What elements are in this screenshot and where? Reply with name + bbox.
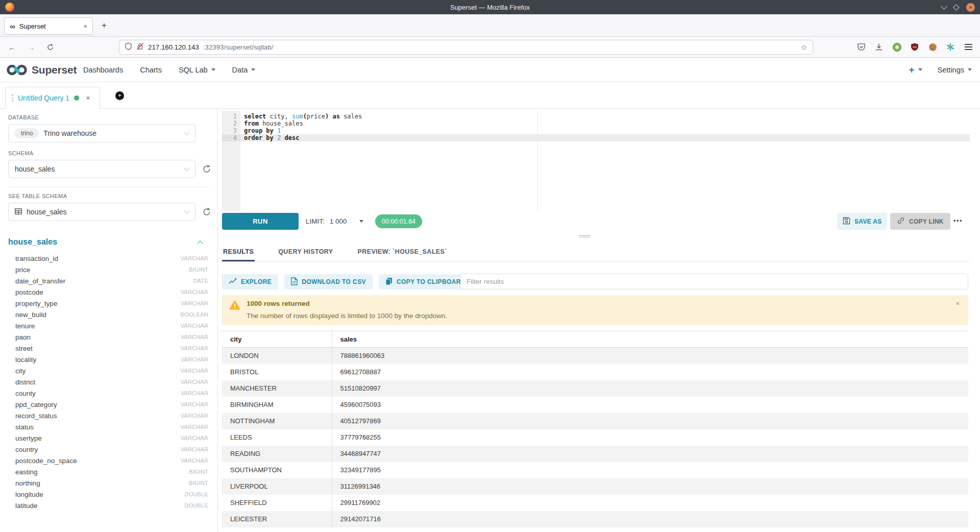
nav-item-sql-lab[interactable]: SQL Lab: [179, 66, 215, 74]
add-query-tab-button[interactable]: +: [115, 91, 124, 100]
nav-item-data[interactable]: Data: [232, 66, 256, 74]
shield-icon[interactable]: [125, 42, 132, 52]
column-name: date_of_transfer: [15, 277, 193, 285]
code-token: select: [244, 113, 266, 120]
column-name: usertype: [15, 434, 181, 442]
results-table-body: LONDON788861960063BRISTOL69612708887MANC…: [222, 348, 968, 527]
superset-brand[interactable]: Superset: [6, 58, 77, 82]
column-type: VARCHAR: [181, 289, 208, 295]
code-line[interactable]: 4order by 2 desc: [222, 134, 970, 141]
monkey-extension-icon[interactable]: [891, 41, 902, 53]
column-row: transaction_idVARCHAR: [0, 253, 217, 264]
column-header-city[interactable]: city: [222, 331, 332, 348]
settings-menu[interactable]: Settings: [938, 66, 972, 74]
minimize-button[interactable]: [941, 3, 947, 10]
table-row: LIVERPOOL31126991346: [222, 478, 968, 495]
column-header-sales[interactable]: sales: [332, 331, 968, 348]
filter-results-input[interactable]: [460, 274, 968, 289]
nav-item-dashboards[interactable]: Dashboards: [83, 66, 123, 74]
tab-preview-house-sales[interactable]: PREVIEW: `HOUSE_SALES`: [357, 244, 448, 260]
query-tab-close-icon[interactable]: ×: [86, 94, 90, 102]
browser-tab[interactable]: ∞ Superset ×: [4, 17, 93, 35]
url-bar[interactable]: 217.160.120.143:32393/superset/sqllab/ ☆: [119, 40, 813, 55]
more-actions-button[interactable]: •••: [953, 213, 963, 230]
code-line[interactable]: 1select city, sum(price) as sales: [222, 113, 970, 120]
code-line[interactable]: 2from house_sales: [222, 120, 970, 127]
table-row: MANCHESTER51510820997: [222, 380, 968, 397]
line-number: 2: [222, 120, 240, 127]
cell-city: NOTTINGHAM: [222, 413, 332, 429]
download-csv-button[interactable]: DOWNLOAD TO CSV: [284, 274, 373, 289]
code-token: sum: [292, 113, 303, 120]
table-columns-list: transaction_idVARCHARpriceBIGINTdate_of_…: [0, 253, 217, 511]
copy-clipboard-button[interactable]: COPY TO CLIPBOARD: [379, 274, 472, 289]
run-query-button[interactable]: RUN: [222, 213, 299, 230]
schema-select[interactable]: house_sales: [8, 160, 195, 178]
column-type: VARCHAR: [181, 390, 208, 396]
copy-link-button[interactable]: COPY LINK: [890, 213, 950, 230]
forward-button[interactable]: →: [25, 37, 37, 57]
save-as-button[interactable]: SAVE AS: [837, 213, 887, 230]
pocket-icon[interactable]: [855, 41, 867, 53]
collapse-chevron-icon[interactable]: [197, 240, 203, 246]
cookie-extension-icon[interactable]: [927, 41, 938, 53]
explore-button[interactable]: EXPLORE: [222, 274, 278, 289]
cell-city: BIRMINGHAM: [222, 397, 332, 413]
column-name: northing: [15, 479, 189, 487]
table-row: SOUTHAMPTON32349177895: [222, 462, 968, 478]
sql-code-editor[interactable]: 1select city, sum(price) as sales2from h…: [222, 111, 970, 211]
cell-city: BRISTOL: [222, 364, 332, 380]
kebab-menu-icon[interactable]: [12, 94, 13, 102]
code-token: sales: [340, 113, 362, 120]
column-row: northingBIGINT: [0, 477, 217, 489]
column-name: property_type: [15, 300, 181, 307]
query-tab-active[interactable]: Untitled Query 1 ×: [5, 87, 100, 109]
column-type: VARCHAR: [181, 446, 208, 452]
app-navbar: Superset DashboardsChartsSQL LabData + S…: [0, 58, 980, 82]
table-row: LEICESTER29142071716: [222, 511, 968, 527]
limit-dropdown[interactable]: LIMIT: 1 000: [306, 213, 363, 230]
insecure-lock-icon[interactable]: [136, 42, 144, 52]
cell-sales: 51510820997: [332, 380, 968, 397]
table-schema-header[interactable]: house_sales: [8, 237, 209, 247]
asterisk-extension-icon[interactable]: [945, 41, 956, 53]
refresh-table-icon[interactable]: [202, 207, 211, 216]
back-button[interactable]: ←: [6, 37, 18, 57]
code-token: 1: [277, 127, 281, 134]
results-table: city sales LONDON788861960063BRISTOL6961…: [222, 331, 968, 527]
code-line[interactable]: 3group by 1: [222, 127, 970, 134]
ublock-extension-icon[interactable]: uO: [909, 41, 920, 53]
line-number: 3: [222, 127, 240, 134]
tab-query-history[interactable]: QUERY HISTORY: [277, 244, 334, 260]
reload-button[interactable]: [44, 37, 56, 57]
tab-results[interactable]: RESULTS: [222, 244, 255, 261]
add-new-button[interactable]: +: [909, 64, 922, 76]
bookmark-star-icon[interactable]: ☆: [801, 43, 807, 52]
results-actions: EXPLORE DOWNLOAD TO CSV COPY TO CLIPBOAR…: [222, 274, 478, 289]
tab-close-icon[interactable]: ×: [83, 22, 87, 30]
alert-message: The number of rows displayed is limited …: [247, 312, 447, 320]
code-token: order by: [244, 134, 274, 141]
window-close-button[interactable]: ×: [966, 3, 975, 12]
database-select-value: Trino warehouse: [43, 129, 180, 137]
table-row: READING34468947747: [222, 446, 968, 462]
code-token: group by: [244, 127, 274, 134]
cell-sales: 34468947747: [332, 446, 968, 462]
menu-hamburger-icon[interactable]: [963, 41, 974, 53]
database-select[interactable]: trino Trino warehouse: [8, 124, 195, 142]
column-row: tenureVARCHAR: [0, 320, 217, 331]
refresh-schema-icon[interactable]: [202, 164, 211, 174]
column-type: VARCHAR: [181, 401, 208, 407]
brand-text: Superset: [32, 64, 77, 76]
maximize-button[interactable]: [953, 4, 960, 11]
alert-close-icon[interactable]: ×: [955, 300, 960, 307]
pane-resize-handle[interactable]: [579, 234, 590, 239]
column-row: paonVARCHAR: [0, 331, 217, 343]
table-select[interactable]: house_sales: [8, 203, 195, 221]
new-tab-button[interactable]: +: [97, 19, 111, 32]
cell-sales: 45960075093: [332, 397, 968, 413]
navbar-right: + Settings: [909, 58, 972, 82]
nav-item-charts[interactable]: Charts: [140, 66, 162, 74]
cell-sales: 69612708887: [332, 364, 968, 380]
downloads-icon[interactable]: [873, 41, 885, 53]
